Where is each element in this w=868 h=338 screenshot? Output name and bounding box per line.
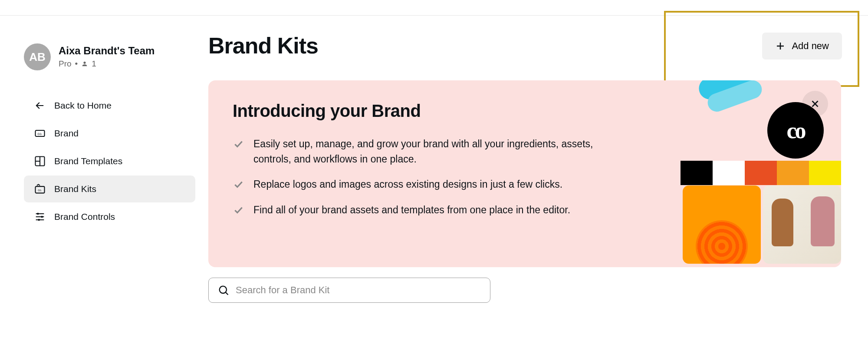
nav-label: Brand Templates: [54, 156, 122, 166]
color-swatch: [713, 161, 745, 185]
sidebar-item-back[interactable]: Back to Home: [24, 92, 195, 119]
color-swatch: [809, 161, 841, 185]
sidebar-item-templates[interactable]: Brand Templates: [24, 148, 195, 175]
person-icon: [81, 60, 88, 67]
search-bar[interactable]: [208, 278, 490, 303]
sample-thumbnail: [763, 186, 841, 264]
svg-point-7: [38, 219, 40, 221]
nav-label: Brand: [54, 128, 79, 139]
team-name: Aixa Brandt's Team: [59, 45, 155, 56]
team-text: Aixa Brandt's Team Pro • 1: [59, 45, 155, 69]
close-icon: [809, 98, 821, 109]
svg-point-5: [37, 213, 39, 215]
svg-text:co.: co.: [38, 132, 43, 136]
nav-label: Brand Kits: [54, 184, 96, 194]
color-swatch: [745, 161, 777, 185]
team-meta: Pro • 1: [59, 59, 155, 69]
main-content: Brand Kits Add new Introducing your Bran…: [208, 24, 868, 303]
check-icon: [233, 138, 244, 149]
sliders-icon: [33, 210, 46, 223]
svg-point-6: [41, 216, 43, 218]
intro-panel: Introducing your Brand Easily set up, ma…: [208, 80, 841, 267]
templates-icon: [33, 155, 46, 168]
add-new-button[interactable]: Add new: [762, 33, 842, 60]
avatar: AB: [24, 43, 51, 70]
intro-heading: Introducing your Brand: [233, 101, 817, 121]
arrow-left-icon: [33, 99, 46, 112]
member-count: 1: [92, 59, 96, 69]
intro-item: Easily set up, manage, and grow your bra…: [233, 136, 623, 166]
sample-color-swatches: [681, 161, 841, 185]
page-title: Brand Kits: [208, 33, 318, 59]
nav-label: Back to Home: [54, 100, 112, 111]
intro-item-text: Easily set up, manage, and grow your bra…: [253, 136, 623, 166]
sidebar: AB Aixa Brandt's Team Pro • 1 Back to Ho…: [0, 24, 208, 303]
brand-kits-icon: co.: [33, 182, 46, 196]
team-switcher[interactable]: AB Aixa Brandt's Team Pro • 1: [24, 43, 195, 70]
plan-label: Pro: [59, 59, 72, 69]
plus-icon: [775, 41, 786, 51]
intro-item: Replace logos and images across existing…: [233, 177, 623, 192]
sidebar-item-controls[interactable]: Brand Controls: [24, 203, 195, 230]
nav-label: Brand Controls: [54, 212, 115, 222]
intro-item-text: Find all of your brand assets and templa…: [253, 202, 570, 218]
decorative-shape: [696, 80, 756, 103]
check-icon: [233, 179, 244, 190]
search-icon: [217, 284, 230, 296]
add-new-label: Add new: [792, 40, 829, 52]
intro-item: Find all of your brand assets and templa…: [233, 202, 623, 218]
check-icon: [233, 204, 244, 215]
color-swatch: [777, 161, 809, 185]
meta-dot: •: [75, 59, 78, 69]
brand-icon: co.: [33, 127, 46, 140]
svg-text:co.: co.: [38, 189, 42, 192]
close-intro-button[interactable]: [802, 91, 828, 117]
color-swatch: [681, 161, 713, 185]
svg-point-8: [220, 286, 227, 293]
page-header: Brand Kits Add new: [208, 33, 851, 59]
sidebar-item-kits[interactable]: co. Brand Kits: [24, 176, 195, 202]
sidebar-item-brand[interactable]: co. Brand: [24, 120, 195, 147]
intro-item-text: Replace logos and images across existing…: [253, 177, 562, 192]
intro-list: Easily set up, manage, and grow your bra…: [233, 136, 623, 217]
search-input[interactable]: [236, 285, 481, 296]
sample-thumbnail: [683, 186, 761, 264]
sidebar-nav: Back to Home co. Brand Brand Templates c…: [24, 92, 195, 230]
